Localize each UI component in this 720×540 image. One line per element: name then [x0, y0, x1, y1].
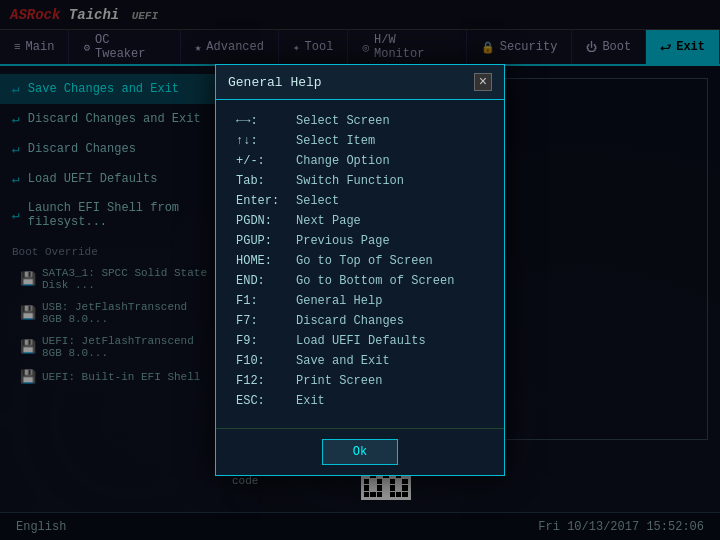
- help-key: END:: [236, 274, 296, 288]
- help-desc: Select Item: [296, 134, 375, 148]
- help-key: ESC:: [236, 394, 296, 408]
- help-row: +/-:Change Option: [236, 154, 484, 168]
- help-desc: Print Screen: [296, 374, 382, 388]
- help-key: F10:: [236, 354, 296, 368]
- help-row: Enter:Select: [236, 194, 484, 208]
- help-key: Enter:: [236, 194, 296, 208]
- help-row: F9:Load UEFI Defaults: [236, 334, 484, 348]
- help-desc: Switch Function: [296, 174, 404, 188]
- help-desc: Next Page: [296, 214, 361, 228]
- help-desc: Discard Changes: [296, 314, 404, 328]
- help-row: ↑↓:Select Item: [236, 134, 484, 148]
- help-key: F9:: [236, 334, 296, 348]
- help-row: ESC:Exit: [236, 394, 484, 408]
- help-desc: Go to Top of Screen: [296, 254, 433, 268]
- help-row: F7:Discard Changes: [236, 314, 484, 328]
- help-desc: Previous Page: [296, 234, 390, 248]
- help-desc: Go to Bottom of Screen: [296, 274, 454, 288]
- help-key: F12:: [236, 374, 296, 388]
- help-row: PGUP:Previous Page: [236, 234, 484, 248]
- modal-close-button[interactable]: ×: [474, 73, 492, 91]
- help-key: PGDN:: [236, 214, 296, 228]
- help-key: HOME:: [236, 254, 296, 268]
- help-row: HOME:Go to Top of Screen: [236, 254, 484, 268]
- general-help-modal: General Help × ←→:Select Screen↑↓:Select…: [215, 64, 505, 476]
- help-row: F1:General Help: [236, 294, 484, 308]
- help-row: ←→:Select Screen: [236, 114, 484, 128]
- help-key: +/-:: [236, 154, 296, 168]
- help-key: Tab:: [236, 174, 296, 188]
- help-key: ↑↓:: [236, 134, 296, 148]
- help-row: Tab:Switch Function: [236, 174, 484, 188]
- modal-overlay: General Help × ←→:Select Screen↑↓:Select…: [0, 0, 720, 540]
- ok-button[interactable]: Ok: [322, 439, 398, 465]
- help-key: F1:: [236, 294, 296, 308]
- modal-title: General Help: [228, 75, 322, 90]
- help-desc: Select: [296, 194, 339, 208]
- help-row: END:Go to Bottom of Screen: [236, 274, 484, 288]
- modal-footer: Ok: [216, 428, 504, 475]
- modal-body: ←→:Select Screen↑↓:Select Item+/-:Change…: [216, 100, 504, 428]
- help-row: F12:Print Screen: [236, 374, 484, 388]
- help-row: PGDN:Next Page: [236, 214, 484, 228]
- help-desc: Select Screen: [296, 114, 390, 128]
- help-desc: Load UEFI Defaults: [296, 334, 426, 348]
- help-row: F10:Save and Exit: [236, 354, 484, 368]
- modal-header: General Help ×: [216, 65, 504, 100]
- help-desc: Save and Exit: [296, 354, 390, 368]
- help-key: F7:: [236, 314, 296, 328]
- help-desc: Change Option: [296, 154, 390, 168]
- help-key: ←→:: [236, 114, 296, 128]
- help-key: PGUP:: [236, 234, 296, 248]
- help-desc: Exit: [296, 394, 325, 408]
- help-desc: General Help: [296, 294, 382, 308]
